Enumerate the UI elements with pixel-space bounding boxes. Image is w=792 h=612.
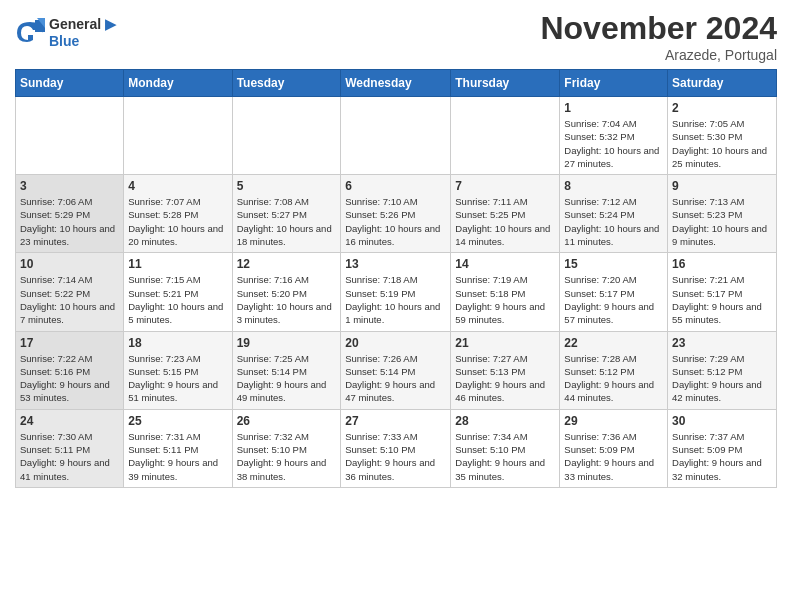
day-number: 4 — [128, 179, 227, 193]
day-info: Sunrise: 7:13 AM Sunset: 5:23 PM Dayligh… — [672, 195, 772, 248]
calendar-day-cell: 6Sunrise: 7:10 AM Sunset: 5:26 PM Daylig… — [341, 175, 451, 253]
calendar-day-cell: 16Sunrise: 7:21 AM Sunset: 5:17 PM Dayli… — [668, 253, 777, 331]
day-info: Sunrise: 7:11 AM Sunset: 5:25 PM Dayligh… — [455, 195, 555, 248]
day-number: 3 — [20, 179, 119, 193]
calendar-day-cell: 17Sunrise: 7:22 AM Sunset: 5:16 PM Dayli… — [16, 331, 124, 409]
day-info: Sunrise: 7:18 AM Sunset: 5:19 PM Dayligh… — [345, 273, 446, 326]
day-number: 16 — [672, 257, 772, 271]
calendar-day-cell: 14Sunrise: 7:19 AM Sunset: 5:18 PM Dayli… — [451, 253, 560, 331]
day-info: Sunrise: 7:20 AM Sunset: 5:17 PM Dayligh… — [564, 273, 663, 326]
day-info: Sunrise: 7:31 AM Sunset: 5:11 PM Dayligh… — [128, 430, 227, 483]
day-info: Sunrise: 7:07 AM Sunset: 5:28 PM Dayligh… — [128, 195, 227, 248]
day-info: Sunrise: 7:04 AM Sunset: 5:32 PM Dayligh… — [564, 117, 663, 170]
day-number: 30 — [672, 414, 772, 428]
calendar-day-cell — [16, 97, 124, 175]
day-info: Sunrise: 7:36 AM Sunset: 5:09 PM Dayligh… — [564, 430, 663, 483]
day-info: Sunrise: 7:19 AM Sunset: 5:18 PM Dayligh… — [455, 273, 555, 326]
calendar-day-cell: 29Sunrise: 7:36 AM Sunset: 5:09 PM Dayli… — [560, 409, 668, 487]
day-info: Sunrise: 7:12 AM Sunset: 5:24 PM Dayligh… — [564, 195, 663, 248]
calendar-day-cell: 27Sunrise: 7:33 AM Sunset: 5:10 PM Dayli… — [341, 409, 451, 487]
day-number: 2 — [672, 101, 772, 115]
day-number: 7 — [455, 179, 555, 193]
calendar-day-cell: 19Sunrise: 7:25 AM Sunset: 5:14 PM Dayli… — [232, 331, 341, 409]
calendar-day-cell: 9Sunrise: 7:13 AM Sunset: 5:23 PM Daylig… — [668, 175, 777, 253]
logo: General ▶ Blue — [15, 16, 116, 50]
day-info: Sunrise: 7:23 AM Sunset: 5:15 PM Dayligh… — [128, 352, 227, 405]
calendar-week-row: 1Sunrise: 7:04 AM Sunset: 5:32 PM Daylig… — [16, 97, 777, 175]
day-number: 26 — [237, 414, 337, 428]
calendar-day-cell: 15Sunrise: 7:20 AM Sunset: 5:17 PM Dayli… — [560, 253, 668, 331]
day-info: Sunrise: 7:29 AM Sunset: 5:12 PM Dayligh… — [672, 352, 772, 405]
day-number: 10 — [20, 257, 119, 271]
day-number: 9 — [672, 179, 772, 193]
calendar-day-cell: 21Sunrise: 7:27 AM Sunset: 5:13 PM Dayli… — [451, 331, 560, 409]
day-info: Sunrise: 7:37 AM Sunset: 5:09 PM Dayligh… — [672, 430, 772, 483]
day-number: 14 — [455, 257, 555, 271]
logo-icon — [15, 18, 45, 48]
calendar-day-cell: 24Sunrise: 7:30 AM Sunset: 5:11 PM Dayli… — [16, 409, 124, 487]
day-number: 1 — [564, 101, 663, 115]
month-title: November 2024 — [540, 10, 777, 47]
day-number: 29 — [564, 414, 663, 428]
day-info: Sunrise: 7:30 AM Sunset: 5:11 PM Dayligh… — [20, 430, 119, 483]
day-number: 23 — [672, 336, 772, 350]
day-of-week-header: Thursday — [451, 70, 560, 97]
calendar-day-cell: 4Sunrise: 7:07 AM Sunset: 5:28 PM Daylig… — [124, 175, 232, 253]
calendar-day-cell: 12Sunrise: 7:16 AM Sunset: 5:20 PM Dayli… — [232, 253, 341, 331]
day-number: 20 — [345, 336, 446, 350]
day-number: 6 — [345, 179, 446, 193]
calendar-header-row: SundayMondayTuesdayWednesdayThursdayFrid… — [16, 70, 777, 97]
calendar-day-cell: 2Sunrise: 7:05 AM Sunset: 5:30 PM Daylig… — [668, 97, 777, 175]
day-of-week-header: Monday — [124, 70, 232, 97]
day-number: 27 — [345, 414, 446, 428]
day-info: Sunrise: 7:16 AM Sunset: 5:20 PM Dayligh… — [237, 273, 337, 326]
day-number: 18 — [128, 336, 227, 350]
day-info: Sunrise: 7:22 AM Sunset: 5:16 PM Dayligh… — [20, 352, 119, 405]
day-info: Sunrise: 7:26 AM Sunset: 5:14 PM Dayligh… — [345, 352, 446, 405]
calendar-day-cell — [341, 97, 451, 175]
calendar-day-cell: 28Sunrise: 7:34 AM Sunset: 5:10 PM Dayli… — [451, 409, 560, 487]
calendar-day-cell — [124, 97, 232, 175]
day-of-week-header: Tuesday — [232, 70, 341, 97]
day-info: Sunrise: 7:25 AM Sunset: 5:14 PM Dayligh… — [237, 352, 337, 405]
calendar-day-cell: 18Sunrise: 7:23 AM Sunset: 5:15 PM Dayli… — [124, 331, 232, 409]
day-info: Sunrise: 7:05 AM Sunset: 5:30 PM Dayligh… — [672, 117, 772, 170]
location: Arazede, Portugal — [540, 47, 777, 63]
day-number: 11 — [128, 257, 227, 271]
calendar-day-cell: 3Sunrise: 7:06 AM Sunset: 5:29 PM Daylig… — [16, 175, 124, 253]
calendar-week-row: 17Sunrise: 7:22 AM Sunset: 5:16 PM Dayli… — [16, 331, 777, 409]
day-info: Sunrise: 7:10 AM Sunset: 5:26 PM Dayligh… — [345, 195, 446, 248]
calendar-day-cell: 7Sunrise: 7:11 AM Sunset: 5:25 PM Daylig… — [451, 175, 560, 253]
calendar-day-cell: 30Sunrise: 7:37 AM Sunset: 5:09 PM Dayli… — [668, 409, 777, 487]
calendar-day-cell — [451, 97, 560, 175]
day-number: 28 — [455, 414, 555, 428]
day-number: 21 — [455, 336, 555, 350]
calendar-day-cell: 25Sunrise: 7:31 AM Sunset: 5:11 PM Dayli… — [124, 409, 232, 487]
day-of-week-header: Wednesday — [341, 70, 451, 97]
day-number: 12 — [237, 257, 337, 271]
day-of-week-header: Sunday — [16, 70, 124, 97]
day-of-week-header: Saturday — [668, 70, 777, 97]
day-number: 15 — [564, 257, 663, 271]
day-info: Sunrise: 7:27 AM Sunset: 5:13 PM Dayligh… — [455, 352, 555, 405]
day-info: Sunrise: 7:34 AM Sunset: 5:10 PM Dayligh… — [455, 430, 555, 483]
day-number: 25 — [128, 414, 227, 428]
day-number: 8 — [564, 179, 663, 193]
day-info: Sunrise: 7:28 AM Sunset: 5:12 PM Dayligh… — [564, 352, 663, 405]
day-number: 5 — [237, 179, 337, 193]
calendar-day-cell: 8Sunrise: 7:12 AM Sunset: 5:24 PM Daylig… — [560, 175, 668, 253]
calendar-day-cell: 1Sunrise: 7:04 AM Sunset: 5:32 PM Daylig… — [560, 97, 668, 175]
day-number: 19 — [237, 336, 337, 350]
day-number: 24 — [20, 414, 119, 428]
day-info: Sunrise: 7:33 AM Sunset: 5:10 PM Dayligh… — [345, 430, 446, 483]
day-info: Sunrise: 7:21 AM Sunset: 5:17 PM Dayligh… — [672, 273, 772, 326]
day-info: Sunrise: 7:08 AM Sunset: 5:27 PM Dayligh… — [237, 195, 337, 248]
day-info: Sunrise: 7:15 AM Sunset: 5:21 PM Dayligh… — [128, 273, 227, 326]
day-of-week-header: Friday — [560, 70, 668, 97]
page-header: General ▶ Blue November 2024 Arazede, Po… — [15, 10, 777, 63]
calendar-day-cell: 23Sunrise: 7:29 AM Sunset: 5:12 PM Dayli… — [668, 331, 777, 409]
title-block: November 2024 Arazede, Portugal — [540, 10, 777, 63]
calendar-day-cell: 5Sunrise: 7:08 AM Sunset: 5:27 PM Daylig… — [232, 175, 341, 253]
calendar-day-cell: 22Sunrise: 7:28 AM Sunset: 5:12 PM Dayli… — [560, 331, 668, 409]
calendar-day-cell: 13Sunrise: 7:18 AM Sunset: 5:19 PM Dayli… — [341, 253, 451, 331]
